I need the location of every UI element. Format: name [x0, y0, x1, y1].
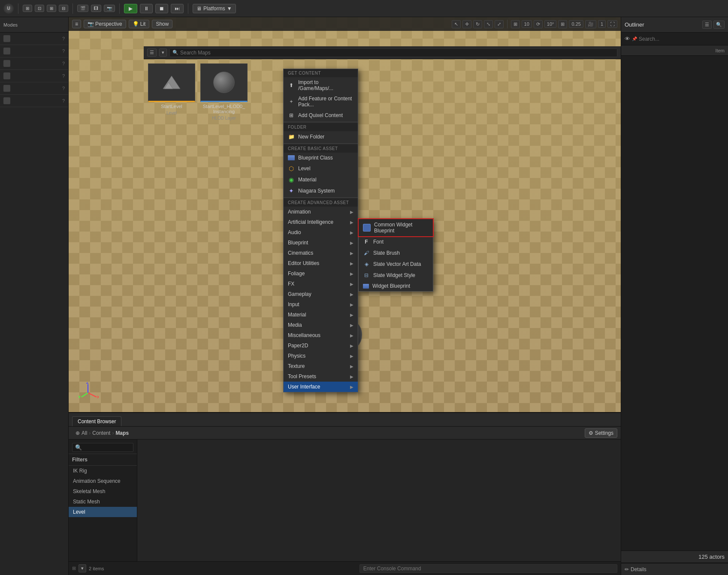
add-feature-icon: +	[288, 98, 295, 105]
hamburger-btn[interactable]: ≡	[72, 20, 81, 28]
physics-item[interactable]: Physics ▶	[284, 351, 358, 361]
breadcrumb-all[interactable]: All	[82, 430, 87, 436]
foliage-label: Foliage	[288, 271, 305, 277]
rotate-tool[interactable]: ↻	[473, 20, 482, 28]
show-btn[interactable]: Show	[152, 20, 172, 28]
details-btn[interactable]: ✏ Details	[621, 563, 728, 575]
skip-icon: ⏭	[175, 6, 180, 12]
blueprint-item[interactable]: Blueprint ▶	[284, 238, 358, 248]
console-input[interactable]	[359, 564, 617, 573]
foliage-item[interactable]: Foliage ▶	[284, 268, 358, 279]
blueprint-class-item[interactable]: Blueprint Class	[284, 153, 358, 163]
toolbar-separator-2	[72, 3, 73, 14]
material-adv-item[interactable]: Material ▶	[284, 310, 358, 320]
arrow-down-btn[interactable]: ▾	[79, 564, 86, 572]
mode-btn-3[interactable]: ⊞	[47, 5, 56, 12]
mode-btn-1[interactable]: ⊞	[23, 5, 32, 12]
angle-btn[interactable]: ⟳	[534, 20, 543, 28]
stop-button[interactable]: ⏹	[155, 4, 168, 13]
font-item[interactable]: F Font	[359, 236, 433, 247]
level-item[interactable]: ⬡ Level	[284, 163, 358, 174]
camera-speed-btn[interactable]: 🎥	[585, 20, 596, 28]
lit-btn[interactable]: 💡 Lit	[129, 20, 150, 28]
mode-item-3[interactable]: ?	[0, 57, 68, 70]
add-feature-item[interactable]: + Add Feature or Content Pack...	[284, 93, 358, 110]
platforms-label: Platforms	[203, 6, 225, 12]
media-item[interactable]: Media ▶	[284, 320, 358, 330]
widget-blueprint-item[interactable]: Widget Blueprint	[359, 281, 433, 291]
paper2d-item[interactable]: Paper2D ▶	[284, 340, 358, 351]
font-label: Font	[373, 239, 384, 245]
add-quixel-item[interactable]: ⊞ Add Quixel Content	[284, 110, 358, 121]
ai-label: Artificial Intelligence	[288, 219, 333, 225]
mode-btn-4[interactable]: ⊟	[59, 5, 68, 12]
input-item[interactable]: Input ▶	[284, 299, 358, 310]
gameplay-item[interactable]: Gameplay ▶	[284, 289, 358, 299]
animation-item[interactable]: Animation ▶	[284, 207, 358, 217]
camera-val-btn[interactable]: 1	[598, 20, 606, 28]
play-button[interactable]: ▶	[124, 4, 137, 13]
cb-tab-content-browser[interactable]: Content Browser	[72, 416, 121, 426]
filter-animation-sequence[interactable]: Animation Sequence	[69, 476, 137, 486]
misc-item[interactable]: Miscellaneous ▶	[284, 330, 358, 340]
settings-btn[interactable]: ⚙ Settings	[585, 428, 617, 438]
mode-item-6[interactable]: ?	[0, 95, 68, 107]
mode-btn-2[interactable]: ⊡	[35, 5, 44, 12]
create-advanced-section: CREATE ADVANCED ASSET	[284, 199, 358, 207]
grid-btn[interactable]: ⊞	[511, 20, 520, 28]
import-label: Import to /Game/Maps/...	[298, 79, 353, 91]
svg-line-1	[82, 393, 88, 397]
toolbar-separator-1	[18, 3, 18, 14]
filter-level[interactable]: Level	[69, 507, 137, 517]
filter-static-mesh[interactable]: Static Mesh	[69, 497, 137, 507]
outliner-search-btn[interactable]: 🔍	[713, 21, 725, 29]
texture-item[interactable]: Texture ▶	[284, 361, 358, 371]
mode-item-5[interactable]: ?	[0, 82, 68, 95]
niagara-item[interactable]: ✦ Niagara System	[284, 185, 358, 196]
skip-button[interactable]: ⏭	[171, 4, 184, 13]
scale-value-btn[interactable]: 0.25	[569, 20, 583, 28]
breadcrumb-content[interactable]: Content	[92, 430, 110, 436]
pause-button[interactable]: ⏸	[140, 4, 153, 13]
perspective-btn[interactable]: 📷 Perspective	[84, 20, 126, 28]
common-widget-blueprint-item[interactable]: Common Widget Blueprint	[359, 219, 433, 236]
transform-tool[interactable]: ⤢	[495, 20, 504, 28]
grid-value-btn[interactable]: 10	[522, 20, 532, 28]
breadcrumb-maps[interactable]: Maps	[115, 430, 129, 436]
translate-tool[interactable]: ✛	[462, 20, 471, 28]
angle-value-btn[interactable]: 10°	[544, 20, 557, 28]
svg-text:X: X	[97, 395, 99, 399]
mode-item-4[interactable]: ?	[0, 70, 68, 82]
select-tool[interactable]: ↖	[452, 20, 461, 28]
outliner-search-input[interactable]	[639, 36, 725, 42]
cinematics-btn3[interactable]: 📷	[104, 5, 115, 12]
maximize-btn[interactable]: ⛶	[607, 20, 617, 28]
slate-widget-style-item[interactable]: ⊟ Slate Widget Style	[359, 270, 433, 281]
slate-vector-item[interactable]: ◈ Slate Vector Art Data	[359, 259, 433, 270]
slate-brush-item[interactable]: 🖌 Slate Brush	[359, 247, 433, 259]
cinematics-btn[interactable]: 🎬	[77, 5, 88, 12]
material-adv-label: Material	[288, 312, 306, 318]
editor-utilities-item[interactable]: Editor Utilities ▶	[284, 258, 358, 268]
user-interface-item[interactable]: User Interface ▶	[284, 382, 358, 392]
tool-presets-item[interactable]: Tool Presets ▶	[284, 371, 358, 382]
scale-snap-btn[interactable]: ⊞	[558, 20, 567, 28]
import-item[interactable]: ⬆ Import to /Game/Maps/...	[284, 77, 358, 93]
filter-ik-rig[interactable]: IK Rig	[69, 466, 137, 476]
blueprint-arrow: ▶	[350, 241, 353, 245]
items-icon: ⊞	[72, 566, 76, 571]
mode-item-1[interactable]: ?	[0, 33, 68, 45]
fx-item[interactable]: FX ▶	[284, 279, 358, 289]
outliner-filter-btn[interactable]: ☰	[702, 21, 712, 29]
filter-skeletal-mesh[interactable]: Skeletal Mesh	[69, 486, 137, 497]
new-folder-item[interactable]: 📁 New Folder	[284, 131, 358, 142]
scale-tool[interactable]: ⤡	[484, 20, 493, 28]
ai-item[interactable]: Artificial Intelligence ▶	[284, 217, 358, 227]
platforms-dropdown[interactable]: 🖥 Platforms ▼	[193, 4, 236, 13]
cinematics-btn2[interactable]: 🎞	[91, 5, 101, 12]
material-item[interactable]: ◉ Material	[284, 174, 358, 185]
cinematics-item[interactable]: Cinematics ▶	[284, 248, 358, 258]
cinematics-arrow: ▶	[350, 251, 353, 256]
audio-item[interactable]: Audio ▶	[284, 227, 358, 238]
mode-item-2[interactable]: ?	[0, 45, 68, 57]
